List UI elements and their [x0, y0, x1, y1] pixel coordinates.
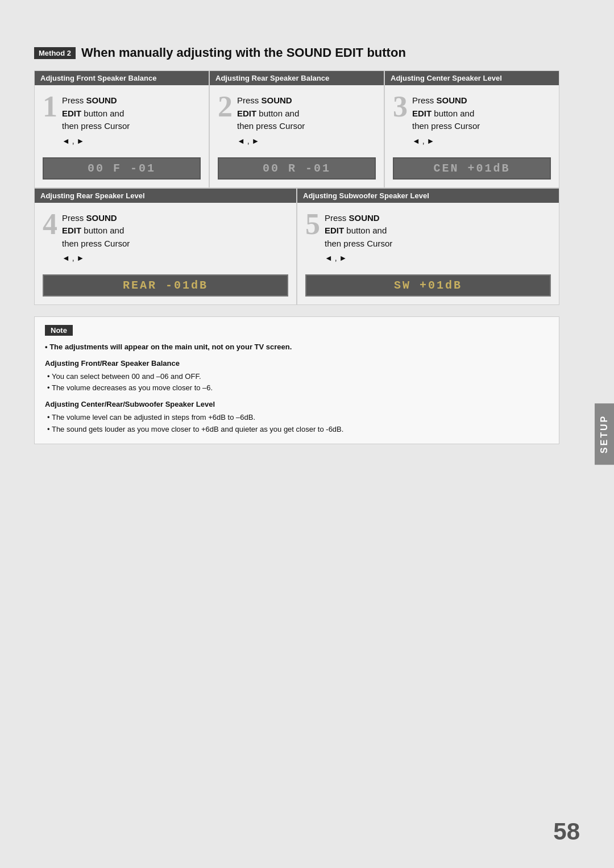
step-2-line3: then press Cursor: [237, 121, 305, 131]
step-box-3: Adjusting Center Speaker Level 3 Press S…: [384, 70, 559, 188]
note-item-2-0: The volume level can be adjusted in step…: [47, 412, 549, 424]
step-2-cursor: ◄ , ►: [237, 135, 305, 147]
page-container: Method 2 When manually adjusting with th…: [34, 45, 580, 444]
step-1-number: 1: [43, 92, 57, 122]
method-header: Method 2 When manually adjusting with th…: [34, 45, 559, 60]
note-subsection-2-list: The volume level can be adjusted in step…: [45, 412, 549, 436]
top-steps-row: Adjusting Front Speaker Balance 1 Press …: [34, 70, 559, 188]
step-1-header: Adjusting Front Speaker Balance: [35, 71, 209, 85]
step-4-line1: Press SOUND: [62, 213, 117, 223]
step-3-header: Adjusting Center Speaker Level: [385, 71, 559, 85]
step-4-cursor: ◄ , ►: [62, 252, 130, 264]
method-title: When manually adjusting with the SOUND E…: [81, 45, 406, 60]
step-4-number: 4: [43, 210, 57, 239]
step-2-line1: Press SOUND: [237, 95, 292, 105]
step-3-content: 3 Press SOUND EDIT button and then press…: [385, 85, 559, 153]
step-1-line1: Press SOUND: [62, 95, 117, 105]
step-5-content: 5 Press SOUND EDIT button and then press…: [297, 203, 559, 270]
note-main: • The adjustments will appear on the mai…: [45, 341, 549, 353]
note-item-1-0: You can select between 00 and –06 and OF…: [47, 371, 549, 383]
main-content: Method 2 When manually adjusting with th…: [34, 45, 559, 444]
step-3-lcd: CEN +01dB: [393, 157, 551, 180]
note-section: Note • The adjustments will appear on th…: [34, 316, 559, 444]
step-3-number: 3: [393, 92, 408, 122]
step-5-line3: then press Cursor: [325, 239, 392, 248]
method-badge: Method 2: [34, 47, 76, 59]
step-4-header: Adjusting Rear Speaker Level: [35, 189, 296, 203]
step-3-cursor: ◄ , ►: [412, 135, 480, 147]
step-3-line2: EDIT button and: [412, 108, 474, 118]
note-item-2-1: The sound gets louder as you move closer…: [47, 424, 549, 436]
bottom-steps-row: Adjusting Rear Speaker Level 4 Press SOU…: [34, 188, 559, 306]
step-1-lcd: 00 F -01: [43, 157, 201, 180]
step-5-header: Adjusting Subwoofer Speaker Level: [297, 189, 559, 203]
step-3-text: Press SOUND EDIT button and then press C…: [412, 94, 480, 147]
step-1-line2: EDIT button and: [62, 108, 124, 118]
note-subsection-1-title: Adjusting Front/Rear Speaker Balance: [45, 358, 549, 370]
step-4-content: 4 Press SOUND EDIT button and then press…: [35, 203, 296, 270]
step-box-5: Adjusting Subwoofer Speaker Level 5 Pres…: [297, 188, 559, 306]
step-1-content: 1 Press SOUND EDIT button and then press…: [35, 85, 209, 153]
step-2-text: Press SOUND EDIT button and then press C…: [237, 94, 305, 147]
step-box-2: Adjusting Rear Speaker Balance 2 Press S…: [209, 70, 384, 188]
step-2-content: 2 Press SOUND EDIT button and then press…: [210, 85, 384, 153]
step-1-text: Press SOUND EDIT button and then press C…: [62, 94, 130, 147]
note-item-1-1: The volume decreases as you move closer …: [47, 382, 549, 394]
note-badge: Note: [45, 325, 73, 336]
note-subsection-1: Adjusting Front/Rear Speaker Balance You…: [45, 358, 549, 394]
setup-tab: SETUP: [595, 403, 614, 465]
step-1-cursor: ◄ , ►: [62, 135, 130, 147]
step-3-line3: then press Cursor: [412, 121, 480, 131]
note-subsection-2: Adjusting Center/Rear/Subwoofer Speaker …: [45, 399, 549, 435]
step-2-line2: EDIT button and: [237, 108, 299, 118]
step-box-4: Adjusting Rear Speaker Level 4 Press SOU…: [34, 188, 297, 306]
step-1-line3: then press Cursor: [62, 121, 130, 131]
step-4-line2: EDIT button and: [62, 226, 124, 235]
step-5-line1: Press SOUND: [325, 213, 380, 223]
step-4-lcd: REAR -01dB: [43, 274, 288, 297]
step-5-lcd: SW +01dB: [305, 274, 551, 297]
step-3-line1: Press SOUND: [412, 95, 467, 105]
step-2-header: Adjusting Rear Speaker Balance: [210, 71, 384, 85]
note-subsection-1-list: You can select between 00 and –06 and OF…: [45, 371, 549, 395]
step-2-lcd: 00 R -01: [218, 157, 376, 180]
step-4-text: Press SOUND EDIT button and then press C…: [62, 212, 130, 265]
step-5-text: Press SOUND EDIT button and then press C…: [325, 212, 392, 265]
note-subsection-2-title: Adjusting Center/Rear/Subwoofer Speaker …: [45, 399, 549, 411]
page-number: 58: [553, 818, 580, 845]
step-2-number: 2: [218, 92, 233, 122]
step-5-number: 5: [305, 210, 320, 239]
step-4-line3: then press Cursor: [62, 239, 130, 248]
step-box-1: Adjusting Front Speaker Balance 1 Press …: [34, 70, 209, 188]
step-5-cursor: ◄ , ►: [325, 252, 392, 264]
step-5-line2: EDIT button and: [325, 226, 387, 235]
